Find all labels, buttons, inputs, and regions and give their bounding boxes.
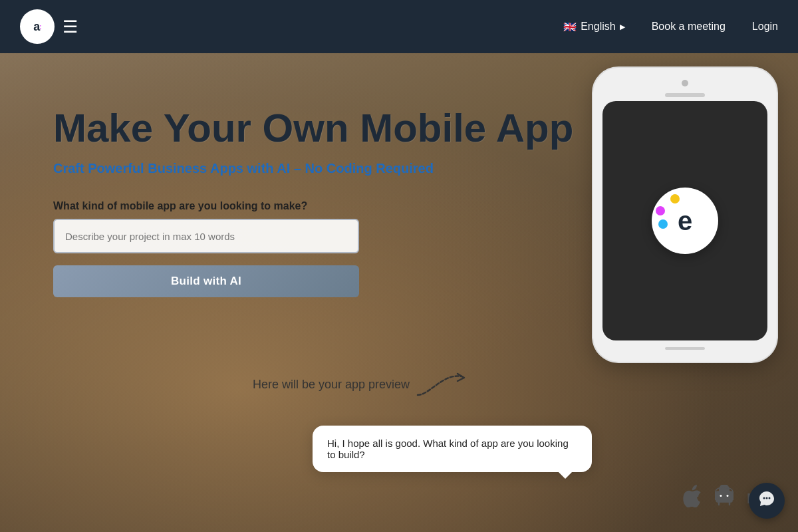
chat-open-button[interactable]: [749, 483, 785, 519]
build-with-ai-button[interactable]: Build with AI: [53, 265, 359, 297]
lang-arrow-icon: ▶: [620, 23, 625, 31]
logo[interactable]: a:: [20, 9, 55, 44]
svg-point-1: [726, 495, 728, 497]
phone-mockup: e: [592, 66, 778, 363]
preview-text: Here will be your app preview: [253, 378, 410, 392]
language-selector[interactable]: 🇬🇧 English ▶: [563, 21, 624, 33]
logo-circle: a:: [20, 9, 55, 44]
login-link[interactable]: Login: [752, 21, 778, 33]
app-logo-container: e: [652, 188, 718, 254]
dot-blue: [658, 219, 668, 229]
project-description-input[interactable]: [53, 219, 359, 253]
phone-screen: e: [602, 101, 767, 340]
navbar: a: ☰ 🇬🇧 English ▶ Book a meeting Login: [0, 0, 798, 53]
book-meeting-link[interactable]: Book a meeting: [652, 21, 726, 33]
svg-point-0: [720, 495, 722, 497]
app-letter: e: [678, 206, 692, 236]
app-logo: e: [652, 188, 718, 254]
svg-point-7: [763, 497, 765, 499]
chat-button-icon: [758, 490, 775, 511]
dot-pink: [656, 206, 665, 215]
phone-home-bar: [665, 347, 705, 350]
apple-icon: [683, 485, 702, 512]
arrow-icon: [416, 370, 469, 399]
chat-bubble: Hi, I hope all is good. What kind of app…: [313, 426, 592, 472]
nav-right: 🇬🇧 English ▶ Book a meeting Login: [563, 21, 778, 33]
phone-camera: [682, 80, 688, 86]
phone-outer: e: [592, 66, 778, 363]
language-label: English: [581, 21, 615, 33]
preview-area: Here will be your app preview: [253, 370, 469, 399]
flag-icon: 🇬🇧: [563, 21, 577, 33]
chat-bubble-text: Hi, I hope all is good. What kind of app…: [327, 438, 569, 460]
svg-point-8: [766, 497, 768, 499]
dot-yellow: [670, 194, 680, 203]
svg-point-9: [769, 497, 771, 499]
hamburger-menu[interactable]: ☰: [63, 18, 78, 35]
android-icon: [715, 485, 733, 512]
phone-speaker: [665, 93, 705, 97]
hero-section: Make Your Own Mobile App Craft Powerful …: [0, 53, 798, 532]
